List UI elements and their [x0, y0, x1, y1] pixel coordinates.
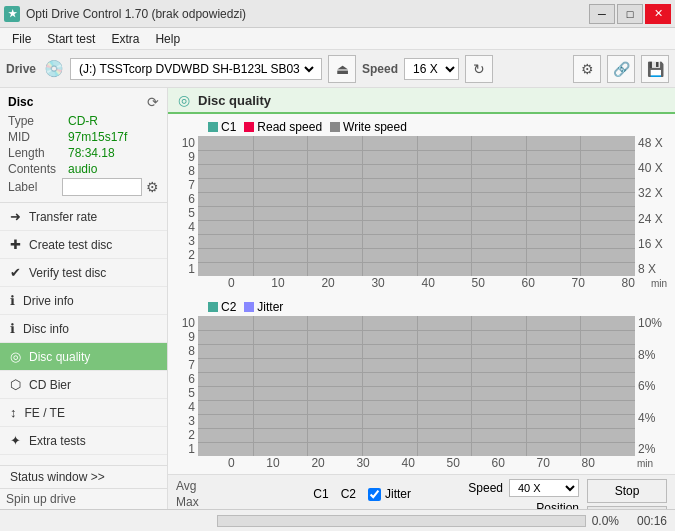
- disc-label-icon[interactable]: ⚙: [146, 179, 159, 195]
- c1-legend-dot: [208, 122, 218, 132]
- disc-contents-key: Contents: [8, 162, 68, 176]
- disc-quality-icon: ◎: [10, 349, 21, 364]
- content-header-icon: ◎: [178, 92, 190, 108]
- nav-cd-bier[interactable]: ⬡ CD Bier: [0, 371, 167, 399]
- menu-extra[interactable]: Extra: [103, 28, 147, 49]
- nav-verify-test-disc[interactable]: ✔ Verify test disc: [0, 259, 167, 287]
- nav-items: ➜ Transfer rate ✚ Create test disc ✔ Ver…: [0, 203, 167, 465]
- nav-verify-test-disc-label: Verify test disc: [29, 266, 106, 280]
- disc-mid-key: MID: [8, 130, 68, 144]
- chart1-wrapper: C1 Read speed Write speed 10 9: [168, 114, 675, 294]
- jitter-checkbox[interactable]: [368, 488, 381, 501]
- c2-legend-label: C2: [221, 300, 236, 314]
- nav-transfer-rate-label: Transfer rate: [29, 210, 97, 224]
- maximize-button[interactable]: □: [617, 4, 643, 24]
- cd-bier-icon: ⬡: [10, 377, 21, 392]
- drive-selector[interactable]: (J:) TSSTcorp DVDWBD SH-B123L SB03: [70, 58, 322, 80]
- chart1-y-axis-left: 10 9 8 7 6 5 4 3 2 1: [168, 136, 198, 276]
- chart1-area: 10 9 8 7 6 5 4 3 2 1: [168, 136, 675, 276]
- menubar: File Start test Extra Help: [0, 28, 675, 50]
- disc-title: Disc: [8, 95, 33, 109]
- disc-header: Disc ⟳: [8, 94, 159, 110]
- nav-drive-info[interactable]: ℹ Drive info: [0, 287, 167, 315]
- disc-type-row: Type CD-R: [8, 114, 159, 128]
- disc-label-key: Label: [8, 180, 58, 194]
- c2-label: C2: [341, 487, 356, 501]
- stop-button[interactable]: Stop: [587, 479, 667, 503]
- settings-button[interactable]: ⚙: [573, 55, 601, 83]
- jitter-checkbox-label[interactable]: Jitter: [368, 487, 411, 501]
- spinup-label: Spin up drive: [6, 492, 76, 506]
- max-label: Max: [176, 495, 226, 509]
- minimize-button[interactable]: ─: [589, 4, 615, 24]
- window-title: Opti Drive Control 1.70 (brak odpowiedzi…: [26, 7, 246, 21]
- speed-row: Speed 40 X 16 X 32 X 48 X: [468, 479, 579, 497]
- c1-legend-label: C1: [221, 120, 236, 134]
- menu-start-test[interactable]: Start test: [39, 28, 103, 49]
- save-button[interactable]: 💾: [641, 55, 669, 83]
- chart2-legend: C2 Jitter: [168, 298, 675, 316]
- chart2-y-axis-right: 10% 8% 6% 4% 2%: [635, 316, 675, 456]
- content-area: ◎ Disc quality C1 Read speed W: [168, 88, 675, 509]
- chart2-x-axis-row: 0 10 20 30 40 50 60 70 80 min: [168, 456, 675, 470]
- nav-transfer-rate[interactable]: ➜ Transfer rate: [0, 203, 167, 231]
- speed-dropdown[interactable]: 16 X 8 X 32 X 40 X: [404, 58, 459, 80]
- statusbar: 0.0% 00:16: [0, 509, 675, 531]
- nav-drive-info-label: Drive info: [23, 294, 74, 308]
- chart1-y-axis-right: 48 X 40 X 32 X 24 X 16 X 8 X: [635, 136, 675, 276]
- chart1-x-axis: 0 10 20 30 40 50 60 70 80: [198, 276, 635, 290]
- speed-label: Speed: [362, 62, 398, 76]
- transfer-rate-icon: ➜: [10, 209, 21, 224]
- legend-c2: C2: [208, 300, 236, 314]
- toolbar: Drive 💿 (J:) TSSTcorp DVDWBD SH-B123L SB…: [0, 50, 675, 88]
- action-buttons: Stop Start part: [587, 479, 667, 509]
- position-row: Position: [536, 501, 579, 509]
- disc-label-input[interactable]: [62, 178, 142, 196]
- speed-select2[interactable]: 40 X 16 X 32 X 48 X: [509, 479, 579, 497]
- nav-extra-tests[interactable]: ✦ Extra tests: [0, 427, 167, 455]
- nav-disc-info[interactable]: ℹ Disc info: [0, 315, 167, 343]
- spinup-bar: Spin up drive: [0, 488, 167, 509]
- statusbar-progress: 0.0%: [217, 514, 619, 528]
- progress-text: 0.0%: [592, 514, 619, 528]
- write-speed-legend-dot: [330, 122, 340, 132]
- chart2-x-unit: min: [635, 458, 675, 469]
- chart1-legend: C1 Read speed Write speed: [168, 118, 675, 136]
- chart1-x-unit: min: [635, 278, 675, 289]
- main-layout: Disc ⟳ Type CD-R MID 97m15s17f Length 78…: [0, 88, 675, 509]
- disc-length-val: 78:34.18: [68, 146, 115, 160]
- create-test-disc-icon: ✚: [10, 237, 21, 252]
- status-window-button[interactable]: Status window >>: [0, 465, 167, 488]
- chart1-canvas: [198, 136, 635, 276]
- content-header: ◎ Disc quality: [168, 88, 675, 114]
- close-button[interactable]: ✕: [645, 4, 671, 24]
- avg-row: Avg: [176, 479, 305, 493]
- refresh-button[interactable]: ↻: [465, 55, 493, 83]
- menu-help[interactable]: Help: [147, 28, 188, 49]
- status-window-label: Status window >>: [10, 470, 105, 484]
- chart2-area: 10 9 8 7 6 5 4 3 2 1: [168, 316, 675, 456]
- disc-contents-row: Contents audio: [8, 162, 159, 176]
- disc-mid-val: 97m15s17f: [68, 130, 127, 144]
- drive-label: Drive: [6, 62, 36, 76]
- titlebar: ★ Opti Drive Control 1.70 (brak odpowied…: [0, 0, 675, 28]
- read-speed-legend-label: Read speed: [257, 120, 322, 134]
- nav-cd-bier-label: CD Bier: [29, 378, 71, 392]
- charts-container: C1 Read speed Write speed 10 9: [168, 114, 675, 509]
- position-label: Position: [536, 501, 579, 509]
- start-part-button[interactable]: Start part: [587, 506, 667, 509]
- read-speed-legend-dot: [244, 122, 254, 132]
- disc-label-row: Label ⚙: [8, 178, 159, 196]
- disc-length-row: Length 78:34.18: [8, 146, 159, 160]
- nav-create-test-disc[interactable]: ✚ Create test disc: [0, 231, 167, 259]
- disc-refresh-icon[interactable]: ⟳: [147, 94, 159, 110]
- eject-button[interactable]: ⏏: [328, 55, 356, 83]
- disc-info-panel: Disc ⟳ Type CD-R MID 97m15s17f Length 78…: [0, 88, 167, 203]
- menu-file[interactable]: File: [4, 28, 39, 49]
- nav-disc-quality[interactable]: ◎ Disc quality: [0, 343, 167, 371]
- bottom-left: Avg Max Total: [176, 479, 305, 509]
- drive-select-dropdown[interactable]: (J:) TSSTcorp DVDWBD SH-B123L SB03: [75, 61, 317, 77]
- speed-label: Speed: [468, 481, 503, 495]
- network-button[interactable]: 🔗: [607, 55, 635, 83]
- nav-fe-te[interactable]: ↕ FE / TE: [0, 399, 167, 427]
